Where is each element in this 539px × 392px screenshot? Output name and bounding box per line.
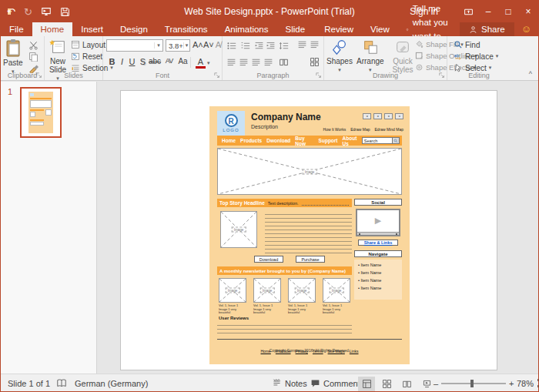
newsletter-image-placeholder[interactable]: Image: [253, 278, 281, 303]
collapse-ribbon-button[interactable]: ^: [529, 70, 532, 78]
tab-view[interactable]: View: [362, 22, 398, 36]
decrease-indent-button[interactable]: [254, 41, 264, 51]
align-text-button[interactable]: [310, 39, 320, 49]
zoom-out-button[interactable]: –: [434, 374, 438, 392]
tell-me-box[interactable]: Tell me what you want to do: [398, 22, 460, 36]
increase-font-size-button[interactable]: A˄: [192, 40, 203, 49]
navigate-item[interactable]: Item Name: [358, 270, 402, 275]
fit-slide-button[interactable]: [527, 374, 539, 392]
arrange-button[interactable]: Arrange▾: [357, 39, 384, 74]
strikethrough-button[interactable]: abc: [149, 57, 159, 65]
link-edraw-mind-map[interactable]: Edraw Mind Map: [374, 127, 403, 132]
change-case-button[interactable]: Aa: [178, 57, 188, 65]
notes-button[interactable]: Notes: [272, 374, 307, 392]
newsletter-image-placeholder[interactable]: Image: [219, 278, 246, 303]
justify-button[interactable]: [263, 57, 273, 67]
header-button[interactable]: ◂: [395, 113, 403, 119]
tab-slide-show[interactable]: Slide Show: [277, 22, 316, 36]
hero-image-placeholder[interactable]: Image: [217, 148, 402, 195]
share-button[interactable]: Share: [460, 22, 514, 36]
comments-button[interactable]: Comments: [310, 374, 364, 392]
tab-animations[interactable]: Animations: [216, 22, 277, 36]
maximize-button[interactable]: □: [498, 1, 518, 22]
slide-sorter-view-button[interactable]: [378, 377, 395, 391]
header-button[interactable]: ◂: [373, 113, 382, 119]
navigate-item[interactable]: Item Name: [358, 278, 402, 283]
chevron-down-icon[interactable]: ▾: [207, 60, 210, 66]
newsletter-image-placeholder[interactable]: Image: [288, 278, 316, 303]
numbering-button[interactable]: [240, 41, 250, 51]
shapes-button[interactable]: Shapes▾: [326, 39, 353, 74]
link-how-it-works[interactable]: How It Works: [323, 127, 346, 132]
minimize-button[interactable]: –: [478, 1, 498, 22]
text-direction-button[interactable]: [297, 39, 307, 49]
nav-support[interactable]: Support: [319, 138, 338, 143]
font-dialog-launcher[interactable]: [214, 72, 220, 79]
play-icon[interactable]: ▶: [375, 216, 381, 226]
align-center-button[interactable]: [239, 57, 249, 67]
slide-1-thumbnail[interactable]: [20, 87, 62, 138]
paste-button[interactable]: Paste▾: [3, 39, 23, 75]
close-button[interactable]: ×: [518, 1, 538, 22]
link-edraw-map[interactable]: Edraw Map: [350, 127, 370, 132]
video-controls[interactable]: [357, 232, 399, 235]
reading-view-button[interactable]: [398, 377, 415, 391]
nav-about-us[interactable]: About Us: [343, 136, 362, 146]
zoom-in-button[interactable]: +: [509, 374, 514, 392]
increase-indent-button[interactable]: [266, 41, 276, 51]
search-input[interactable]: Search: [363, 139, 392, 143]
reset-button[interactable]: Reset: [71, 52, 102, 61]
find-button[interactable]: Find: [454, 40, 480, 49]
copy-button[interactable]: [28, 52, 38, 62]
header-button[interactable]: ◂: [384, 113, 393, 119]
align-right-button[interactable]: [251, 57, 261, 67]
quick-styles-button[interactable]: Quick Styles: [390, 39, 416, 74]
font-size-combo[interactable]: 3.8+▾: [166, 39, 190, 52]
tab-design[interactable]: Design: [112, 22, 156, 36]
slide[interactable]: R LOGO Company Name Description ◂ ◂ ◂ ◂ …: [120, 90, 497, 370]
tab-file[interactable]: File: [1, 22, 32, 36]
tab-insert[interactable]: Insert: [72, 22, 112, 36]
header-button[interactable]: ◂: [363, 113, 371, 119]
tab-home[interactable]: Home: [32, 22, 73, 36]
video-player[interactable]: ▶: [356, 209, 400, 236]
feedback-smiley-icon[interactable]: ☺: [514, 22, 538, 36]
underline-button[interactable]: U: [127, 57, 137, 66]
zoom-slider[interactable]: [441, 374, 506, 392]
ribbon-display-options-button[interactable]: [458, 1, 478, 22]
clipboard-dialog-launcher[interactable]: [36, 72, 42, 79]
normal-view-button[interactable]: [358, 377, 375, 391]
nav-download[interactable]: Dwonload: [266, 138, 290, 143]
font-color-button[interactable]: A: [196, 57, 206, 69]
story-image-placeholder[interactable]: Image: [220, 211, 257, 248]
drawing-dialog-launcher[interactable]: [439, 72, 445, 79]
language-indicator[interactable]: German (Germany): [75, 374, 148, 392]
columns-button[interactable]: [279, 57, 289, 67]
tab-transitions[interactable]: Transitions: [156, 22, 216, 36]
search-box[interactable]: Search: [362, 137, 400, 144]
character-spacing-button[interactable]: AV: [164, 57, 174, 65]
line-spacing-button[interactable]: [279, 41, 289, 51]
paragraph-dialog-launcher[interactable]: [316, 72, 322, 79]
newsletter-image-placeholder[interactable]: Image: [323, 278, 350, 303]
nav-home[interactable]: Home: [222, 138, 236, 143]
slide-indicator[interactable]: Slide 1 of 1: [8, 374, 50, 392]
nav-products[interactable]: Products: [240, 138, 262, 143]
align-left-button[interactable]: [226, 57, 236, 67]
decrease-font-size-button[interactable]: A˅: [203, 40, 213, 49]
font-name-combo[interactable]: ▾: [106, 39, 163, 52]
navigate-item[interactable]: Item Name: [358, 263, 402, 267]
search-button[interactable]: [392, 138, 399, 143]
download-button[interactable]: Download: [254, 256, 283, 263]
purchase-button[interactable]: Purchase: [296, 256, 325, 263]
bold-button[interactable]: B: [107, 57, 117, 66]
zoom-thumb[interactable]: [470, 380, 474, 387]
share-links-box[interactable]: Share & Links: [358, 240, 398, 246]
bullets-button[interactable]: [226, 41, 236, 51]
convert-smartart-button[interactable]: [310, 57, 320, 67]
nav-buy-now[interactable]: Buy Now: [295, 136, 313, 146]
italic-button[interactable]: I: [117, 57, 127, 66]
replace-button[interactable]: Replace▾: [454, 52, 498, 61]
spellcheck-button[interactable]: [56, 374, 67, 392]
slide-show-button[interactable]: [418, 377, 435, 391]
